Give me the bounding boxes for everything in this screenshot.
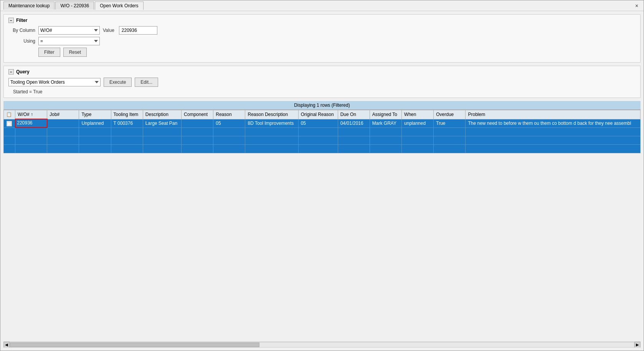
using-select[interactable]: = != > < contains: [38, 37, 100, 45]
main-content: − Filter By Column W/O# Job# Type Descri…: [0, 11, 644, 351]
execute-button[interactable]: Execute: [104, 78, 132, 87]
reset-button[interactable]: Reset: [63, 48, 87, 57]
empty-row: [4, 136, 641, 144]
filter-title: Filter: [16, 18, 27, 23]
value-label: Value: [103, 28, 114, 33]
scroll-thumb[interactable]: [10, 343, 259, 347]
using-row: Using = != > < contains: [8, 37, 636, 45]
query-toggle[interactable]: −: [8, 69, 14, 75]
row-cell-reason: 05: [213, 119, 245, 127]
col-overdue[interactable]: Overdue: [434, 110, 466, 119]
row-wo-cell: 220936: [15, 119, 47, 127]
value-input[interactable]: [119, 26, 157, 35]
row-cell-when: unplanned: [402, 119, 434, 127]
query-row: Tooling Open Work Orders All Open Work O…: [8, 78, 636, 87]
col-icon[interactable]: 📋: [4, 110, 15, 119]
scroll-track[interactable]: [10, 342, 634, 348]
title-bar: Maintenance lookup W/O - 220936 Open Wor…: [0, 0, 644, 11]
tab-maintenance-lookup[interactable]: Maintenance lookup: [3, 2, 54, 10]
empty-row: [4, 127, 641, 136]
filter-buttons-row: Filter Reset: [8, 48, 636, 57]
scroll-right-btn[interactable]: ▶: [634, 342, 641, 348]
row-cell-problem: The new need to before w them ou them co…: [466, 119, 641, 127]
row-cell-due_on: 04/01/2016: [338, 119, 370, 127]
col-wo[interactable]: W/O# ↑: [15, 110, 47, 119]
row-cell-original_reason: 05: [298, 119, 338, 127]
edit-button[interactable]: Edit...: [135, 78, 158, 87]
col-job[interactable]: Job#: [47, 110, 79, 119]
using-label: Using: [8, 38, 35, 44]
col-type[interactable]: Type: [79, 110, 111, 119]
col-original-reason[interactable]: Original Reason: [298, 110, 338, 119]
filter-section: − Filter By Column W/O# Job# Type Descri…: [3, 14, 641, 63]
col-when[interactable]: When: [402, 110, 434, 119]
col-problem[interactable]: Problem: [466, 110, 641, 119]
row-cell-overdue: True: [434, 119, 466, 127]
row-cell-job: [47, 119, 79, 127]
filter-toggle[interactable]: −: [8, 18, 14, 23]
table-icon: 📋: [6, 112, 12, 117]
scroll-left-btn[interactable]: ◀: [3, 342, 10, 348]
col-reason[interactable]: Reason: [213, 110, 245, 119]
tab-open-work-orders[interactable]: Open Work Orders: [95, 2, 143, 10]
horizontal-scrollbar[interactable]: ◀ ▶: [3, 341, 641, 348]
col-assigned-to[interactable]: Assigned To: [370, 110, 401, 119]
by-column-row: By Column W/O# Job# Type Description Rea…: [8, 26, 636, 35]
col-tooling-item[interactable]: Tooling Item: [111, 110, 143, 119]
row-cell-assigned_to: Mark GRAY: [370, 119, 401, 127]
col-component[interactable]: Component: [182, 110, 213, 119]
row-icon-cell: ▶: [4, 119, 15, 127]
filter-header: − Filter: [8, 18, 636, 23]
row-cell-component: [182, 119, 213, 127]
tab-wo-220936[interactable]: W/O - 220936: [55, 2, 94, 10]
row-cell-reason_description: 8D Tool Improvements: [245, 119, 298, 127]
row-cell-type: Unplanned: [79, 119, 111, 127]
col-reason-description[interactable]: Reason Description: [245, 110, 298, 119]
col-due-on[interactable]: Due On: [338, 110, 370, 119]
query-criteria: Started = True: [8, 89, 636, 94]
row-expand-icon[interactable]: ▶: [7, 121, 12, 126]
col-description[interactable]: Description: [143, 110, 181, 119]
empty-row: [4, 144, 641, 153]
query-select[interactable]: Tooling Open Work Orders All Open Work O…: [8, 78, 101, 86]
table-container: Displaying 1 rows (Filtered) 📋 W/O# ↑ Jo…: [3, 101, 641, 348]
filter-button[interactable]: Filter: [38, 48, 60, 57]
row-cell-tooling_item: T 000376: [111, 119, 143, 127]
data-table: 📋 W/O# ↑ Job# Type Tooling Item Descript…: [3, 110, 641, 153]
table-row[interactable]: ▶220936UnplannedT 000376Large Seat Pan05…: [4, 119, 641, 127]
table-header-row: 📋 W/O# ↑ Job# Type Tooling Item Descript…: [4, 110, 641, 119]
by-column-label: By Column: [8, 28, 35, 33]
query-title: Query: [16, 69, 30, 75]
by-column-select[interactable]: W/O# Job# Type Description Reason: [38, 26, 100, 35]
query-header: − Query: [8, 69, 636, 75]
main-window: Maintenance lookup W/O - 220936 Open Wor…: [0, 0, 644, 351]
query-section: − Query Tooling Open Work Orders All Ope…: [3, 66, 641, 98]
table-info-bar: Displaying 1 rows (Filtered): [3, 101, 641, 110]
row-cell-description: Large Seat Pan: [143, 119, 181, 127]
table-wrapper[interactable]: 📋 W/O# ↑ Job# Type Tooling Item Descript…: [3, 110, 641, 341]
close-button[interactable]: ×: [633, 2, 641, 10]
